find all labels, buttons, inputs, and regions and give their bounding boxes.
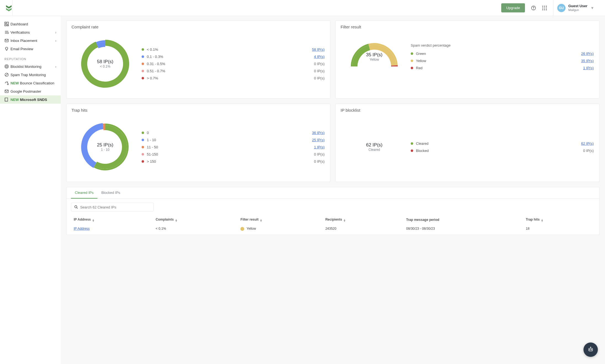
legend-value: 0 IP(s) [314,76,325,80]
legend-dot-icon [411,67,413,69]
cell-complaints: < 0.1% [153,224,238,234]
legend-dot-icon [142,146,144,148]
svg-point-32 [590,347,591,347]
svg-rect-6 [544,7,545,8]
sidebar-item-inbox-placement[interactable]: Inbox Placement› [0,36,61,45]
apps-grid-icon[interactable] [540,3,549,13]
help-icon[interactable] [529,3,538,13]
legend-row: < 0.1%58 IP(s) [142,46,325,53]
svg-rect-12 [5,24,6,26]
ip-link[interactable]: IP Address [74,227,90,231]
sort-icon[interactable]: ▲▼ [260,219,262,222]
legend-label: 0.51 - 0.7% [147,69,314,73]
sidebar-item-icon [4,22,10,26]
sidebar-item-verifications[interactable]: Verifications› [0,28,61,36]
sort-icon[interactable]: ▲▼ [92,219,95,222]
sidebar-item-icon [4,73,10,77]
svg-rect-4 [546,6,547,7]
ip-table: IP Address▲▼Complaints▲▼Filter result▲▼R… [71,215,595,234]
sidebar-item-icon [4,89,10,93]
col-trap-period: Trap message period [404,215,523,224]
legend-value[interactable]: 25 IP(s) [312,138,325,142]
legend-label: < 0.1% [147,47,312,52]
sidebar-item-icon [4,64,10,69]
legend-row: 11 - 501 IP(s) [142,143,325,151]
col-recipients[interactable]: Recipients▲▼ [323,215,404,224]
col-filter[interactable]: Filter result▲▼ [238,215,322,224]
sort-icon[interactable]: ▲▼ [541,219,543,222]
col-complaints[interactable]: Complaints▲▼ [153,215,238,224]
app-header: Upgrade GU Guest User Mailgun ▾ [0,0,605,16]
sidebar-item-spam-trap-monitoring[interactable]: Spam Trap Monitoring [0,71,61,79]
mailgun-chevrons-icon [6,4,12,12]
legend-label: Red [416,66,583,70]
legend-value[interactable]: 58 IP(s) [312,47,325,52]
support-chat-button[interactable] [583,342,598,357]
sidebar-item-icon [4,81,10,85]
chart-center: 35 IP(s)Yellow [366,52,383,61]
legend-value[interactable]: 26 IP(s) [581,52,594,56]
legend-row: Red1 IP(s) [411,65,594,72]
legend-value[interactable]: 4 IP(s) [314,55,325,59]
legend-value[interactable]: 62 IP(s) [581,141,594,146]
sidebar-item-label: Spam Trap Monitoring [10,73,46,77]
sidebar-item-email-preview[interactable]: Email Preview [0,45,61,53]
legend-dot-icon [142,139,144,141]
new-badge: NEW [10,81,19,85]
svg-point-30 [591,349,592,350]
robot-icon [587,346,594,353]
chevron-right-icon: › [55,39,56,43]
legend-value: 0 IP(s) [583,149,594,153]
sort-icon[interactable]: ▲▼ [175,219,177,222]
legend-label: Yellow [416,59,581,63]
sort-icon[interactable]: ▲▼ [343,219,346,222]
cell-trap-period: 08/30/23 - 08/30/23 [404,224,523,234]
legend-dot-icon [142,55,144,58]
sidebar-item-icon [4,30,10,34]
col-ip[interactable]: IP Address▲▼ [71,215,153,224]
search-input[interactable] [71,203,154,212]
svg-rect-8 [542,9,543,10]
sidebar-item-dashboard[interactable]: Dashboard [0,20,61,28]
table-row[interactable]: IP Address< 0.1%Yellow24352008/30/23 - 0… [71,224,595,234]
card-title: Complaint rate [67,21,330,33]
sidebar-group-header: REPUTATION [0,53,61,62]
svg-point-23 [7,84,8,85]
card-title: Trap hits [67,104,330,117]
brand-logo[interactable] [0,0,13,16]
tab-blocked-ips[interactable]: Blocked IPs [97,187,124,199]
legend-dot-icon [411,149,413,152]
search-icon [74,205,78,209]
svg-rect-14 [7,25,9,26]
sidebar-item-label: Microsoft SNDS [20,98,47,102]
sidebar-item-bounce-classification[interactable]: NEWBounce Classification [0,79,61,87]
sidebar-item-google-postmaster[interactable]: Google Postmaster [0,87,61,95]
upgrade-button[interactable]: Upgrade [501,3,525,12]
svg-point-19 [6,66,7,67]
legend-row: 0.31 - 0.5%0 IP(s) [142,60,325,67]
sidebar-item-label: Email Preview [10,47,33,51]
legend-row: 0.1 - 0.3%4 IP(s) [142,53,325,60]
sidebar-item-blocklist-monitoring[interactable]: Blocklist Monitoring› [0,62,61,71]
legend-dot-icon [411,60,413,62]
legend-value: 0 IP(s) [314,159,325,164]
legend-value: 0 IP(s) [314,62,325,66]
legend-value[interactable]: 35 IP(s) [581,59,594,63]
sidebar-item-icon [4,47,10,51]
chart-center: 62 IP(s)Cleared [366,142,383,152]
card-filter: Filter result35 IP(s)YellowSpam verdict … [335,20,599,99]
col-trap-hits[interactable]: Trap hits▲▼ [523,215,595,224]
sidebar-item-microsoft-snds[interactable]: NEWMicrosoft SNDS [0,95,61,104]
svg-rect-2 [542,6,543,7]
tab-cleared-ips[interactable]: Cleared IPs [71,187,97,199]
legend-row: Cleared62 IP(s) [411,140,594,147]
legend-value[interactable]: 1 IP(s) [314,145,325,149]
new-badge: NEW [10,98,19,102]
legend-value[interactable]: 36 IP(s) [312,131,325,135]
legend-value[interactable]: 1 IP(s) [583,66,594,70]
svg-rect-5 [542,7,543,8]
search-field[interactable] [79,205,151,210]
legend-row: 0.51 - 0.7%0 IP(s) [142,67,325,74]
cell-trap-hits: 18 [523,224,595,234]
account-switcher[interactable]: GU Guest User Mailgun ▾ [553,0,600,16]
